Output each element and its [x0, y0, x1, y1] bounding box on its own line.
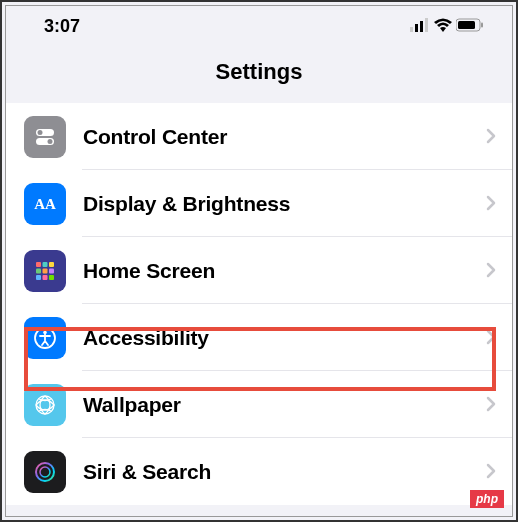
row-accessibility[interactable]: Accessibility [6, 304, 512, 371]
svg-point-24 [36, 463, 54, 481]
wallpaper-icon [24, 384, 66, 426]
watermark: php [470, 490, 504, 508]
display-brightness-icon: AA [24, 183, 66, 225]
chevron-right-icon [486, 124, 496, 150]
row-siri-search[interactable]: Siri & Search [6, 438, 512, 505]
settings-list: Control Center AA Display & Brightness [6, 103, 512, 505]
chevron-right-icon [486, 459, 496, 485]
row-home-screen[interactable]: Home Screen [6, 237, 512, 304]
svg-rect-1 [415, 24, 418, 32]
settings-header: Settings [6, 45, 512, 103]
siri-icon [24, 451, 66, 493]
svg-rect-19 [43, 275, 48, 280]
svg-text:AA: AA [34, 196, 56, 212]
chevron-right-icon [486, 191, 496, 217]
svg-point-10 [48, 139, 53, 144]
svg-point-23 [36, 396, 54, 414]
page-title: Settings [6, 59, 512, 85]
status-icons [410, 16, 484, 37]
svg-rect-17 [49, 268, 54, 273]
control-center-icon [24, 116, 66, 158]
svg-rect-2 [420, 21, 423, 32]
svg-point-8 [38, 130, 43, 135]
svg-rect-18 [36, 275, 41, 280]
row-label: Siri & Search [83, 460, 486, 484]
battery-icon [456, 16, 484, 37]
row-wallpaper[interactable]: Wallpaper [6, 371, 512, 438]
row-label: Wallpaper [83, 393, 486, 417]
svg-rect-12 [36, 262, 41, 267]
svg-rect-13 [43, 262, 48, 267]
cellular-signal-icon [410, 16, 430, 37]
svg-rect-6 [481, 23, 483, 28]
row-label: Home Screen [83, 259, 486, 283]
svg-point-25 [40, 467, 50, 477]
row-display-brightness[interactable]: AA Display & Brightness [6, 170, 512, 237]
svg-rect-3 [425, 18, 428, 32]
row-label: Display & Brightness [83, 192, 486, 216]
accessibility-icon [24, 317, 66, 359]
wifi-icon [434, 16, 452, 37]
svg-rect-16 [43, 268, 48, 273]
chevron-right-icon [486, 258, 496, 284]
row-label: Accessibility [83, 326, 486, 350]
row-control-center[interactable]: Control Center [6, 103, 512, 170]
status-time: 3:07 [44, 16, 80, 37]
svg-rect-0 [410, 27, 413, 32]
chevron-right-icon [486, 325, 496, 351]
svg-rect-14 [49, 262, 54, 267]
svg-rect-20 [49, 275, 54, 280]
home-screen-icon [24, 250, 66, 292]
chevron-right-icon [486, 392, 496, 418]
row-label: Control Center [83, 125, 486, 149]
status-bar: 3:07 [6, 6, 512, 45]
svg-rect-5 [458, 21, 475, 29]
svg-rect-15 [36, 268, 41, 273]
